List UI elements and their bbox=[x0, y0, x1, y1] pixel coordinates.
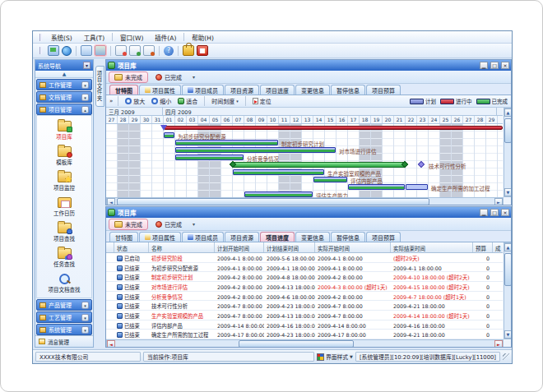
scroll-left-arrow[interactable]: ◄ bbox=[107, 340, 115, 348]
gantt-tab-6[interactable]: 暂停信息 bbox=[331, 85, 365, 95]
sidebar-item-1[interactable]: 模板库 bbox=[37, 146, 91, 166]
zoom-in-button[interactable]: 放大 bbox=[123, 96, 146, 106]
table-header-1[interactable]: 名称 bbox=[149, 242, 215, 252]
table-filter-tab-1[interactable]: 已完成 bbox=[150, 219, 188, 230]
gantt-bar-7[interactable] bbox=[313, 177, 347, 182]
maximize-button[interactable]: □ bbox=[490, 209, 499, 216]
table-row[interactable]: 已结束分析竞争情况2009-4-2 8:00:002009-4-6 18:00:… bbox=[106, 292, 503, 302]
locate-button[interactable]: 定位 bbox=[251, 96, 273, 106]
table-vertical-scrollbar[interactable]: ▲▼ bbox=[504, 242, 512, 339]
gantt-panel-titlebar[interactable]: 项目库 ▁ □ × bbox=[106, 60, 511, 71]
sidebar-section-top-1[interactable]: 文档管理▾ bbox=[36, 91, 92, 103]
style-button[interactable]: 界面样式 ▼ bbox=[317, 353, 353, 361]
maximize-button[interactable]: □ bbox=[490, 62, 499, 69]
gantt-filter-tab-0[interactable]: 未完成 bbox=[109, 71, 148, 83]
scroll-thumb[interactable] bbox=[239, 340, 354, 348]
table-row[interactable]: 已结束制定初步研究计划2009-4-2 8:00:002009-4-8 18:0… bbox=[106, 272, 503, 282]
chevron-down-icon[interactable]: ▾ bbox=[81, 326, 89, 334]
chevron-up-icon[interactable]: ▴ bbox=[81, 106, 89, 113]
scroll-left-arrow[interactable]: ◄ bbox=[107, 198, 115, 205]
fit-button[interactable]: 适合 bbox=[176, 96, 199, 106]
gantt-chart[interactable]: 为初步研究分配资源制定初步研究计划对市场进行评估分析竞争情况技术可行性分析生产实… bbox=[106, 124, 503, 197]
gantt-filter-overflow[interactable]: ▾ bbox=[193, 74, 195, 80]
gantt-tab-5[interactable]: 变更信息 bbox=[295, 85, 330, 95]
gantt-tab-1[interactable]: 项目属性 bbox=[139, 85, 181, 95]
gantt-bar-9[interactable] bbox=[244, 191, 313, 197]
table-row[interactable]: 已结束技术可行性分析2009-4-7 8:00:002009-4-23 18:0… bbox=[106, 301, 503, 311]
scroll-track[interactable] bbox=[504, 117, 512, 188]
table-filter-overflow[interactable]: ▾ bbox=[193, 221, 195, 227]
help-icon[interactable]: ? bbox=[164, 46, 174, 56]
zoom-out-button[interactable]: 缩小 bbox=[150, 96, 173, 106]
gantt-vertical-scrollbar[interactable]: ▲▼ bbox=[504, 108, 512, 197]
gantt-tab-2[interactable]: 项目成员 bbox=[182, 85, 224, 95]
scroll-thumb[interactable] bbox=[117, 198, 429, 205]
sidebar-section-bottom-1[interactable]: 工艺管理▾ bbox=[36, 311, 92, 323]
sidebar-section-bottom-0[interactable]: 产品管理▾ bbox=[36, 299, 92, 311]
gantt-tab-3[interactable]: 项目资源 bbox=[225, 85, 259, 95]
sidebar-scroll-up-button[interactable]: ▲ bbox=[35, 71, 93, 78]
sidebar-item-2[interactable]: 项目监控 bbox=[37, 172, 91, 191]
side-tab-project-folder[interactable]: 项目文件夹 bbox=[95, 66, 104, 107]
chevron-down-icon[interactable]: ▾ bbox=[81, 94, 89, 101]
gantt-tab-0[interactable]: 甘特图 bbox=[109, 85, 138, 95]
scroll-up-arrow[interactable]: ▲ bbox=[504, 243, 512, 251]
gantt-bar-3[interactable] bbox=[175, 147, 336, 153]
chevron-down-icon[interactable]: ▾ bbox=[81, 314, 89, 321]
scroll-thumb[interactable] bbox=[504, 118, 512, 143]
table-header-3[interactable]: 计划结束时间 bbox=[264, 242, 315, 252]
gantt-bar-summary[interactable] bbox=[164, 126, 503, 130]
resize-grip[interactable] bbox=[503, 353, 509, 360]
sidebar-item-3[interactable]: 工作日历 bbox=[37, 197, 91, 217]
sidebar-item-4[interactable]: 项目查找 bbox=[37, 223, 91, 242]
chevron-down-icon[interactable]: ▾ bbox=[81, 81, 89, 89]
table-header-2[interactable]: 计划开始时间 bbox=[215, 242, 264, 252]
close-button[interactable]: × bbox=[501, 209, 509, 216]
minimize-button[interactable]: ▁ bbox=[480, 209, 488, 216]
sidebar-section-bottom-2[interactable]: 系统管理▾ bbox=[36, 324, 92, 335]
table-horizontal-scrollbar[interactable]: ◄► bbox=[106, 339, 504, 348]
sidebar-section-top-0[interactable]: 工作管理▾ bbox=[36, 79, 92, 90]
scroll-track[interactable] bbox=[115, 340, 494, 348]
table-header-0[interactable]: 状态 bbox=[114, 242, 149, 252]
table-row[interactable]: 已结束确定生产所需的加工过程2009-4-17 8:00:002009-4-23… bbox=[106, 330, 503, 339]
table-panel-titlebar[interactable]: 项目库 ▁ □ × bbox=[106, 207, 511, 218]
sidebar-section-active[interactable]: 项目管理▴ bbox=[36, 104, 92, 115]
table-tab-4[interactable]: 项目进度 bbox=[260, 232, 295, 242]
table-header-6[interactable]: 预算 bbox=[473, 242, 493, 252]
gantt-bar-5[interactable] bbox=[233, 162, 406, 168]
gantt-bar-1[interactable] bbox=[164, 132, 174, 138]
close-button[interactable]: × bbox=[501, 62, 509, 69]
menu-item-4[interactable]: 帮助(H) bbox=[186, 32, 220, 43]
menu-item-1[interactable]: 工具(T) bbox=[78, 32, 110, 43]
toolbar-overflow-button[interactable]: » bbox=[109, 98, 113, 104]
table-tab-5[interactable]: 变更信息 bbox=[295, 232, 330, 242]
mail-new-icon[interactable] bbox=[115, 45, 127, 56]
gantt-horizontal-scrollbar[interactable]: ◄► bbox=[106, 197, 504, 205]
minimize-button[interactable]: ▁ bbox=[480, 62, 488, 69]
save-icon[interactable] bbox=[95, 45, 106, 56]
scroll-track[interactable] bbox=[504, 251, 512, 330]
sidebar-item-5[interactable]: 任务查找 bbox=[37, 248, 91, 268]
scroll-right-arrow[interactable]: ► bbox=[494, 198, 503, 205]
gantt-tab-7[interactable]: 项目预算 bbox=[366, 85, 401, 95]
menu-item-3[interactable]: 插件(A) bbox=[149, 32, 182, 43]
table-tab-7[interactable]: 项目预算 bbox=[366, 232, 401, 242]
table-tab-1[interactable]: 项目属性 bbox=[139, 232, 181, 242]
table-row[interactable]: 已启动初步研究阶段2009-4-1 8:00:002009-5-6 18:00:… bbox=[106, 253, 503, 263]
menu-item-2[interactable]: 窗口(W) bbox=[114, 32, 149, 43]
scroll-right-arrow[interactable]: ► bbox=[494, 340, 503, 348]
scroll-track[interactable] bbox=[115, 198, 494, 205]
sidebar-header-button[interactable]: ▾ bbox=[83, 62, 90, 69]
gantt-tab-4[interactable]: 项目进度 bbox=[260, 85, 295, 95]
gantt-bar-plan-8[interactable] bbox=[406, 184, 428, 190]
chevron-down-icon[interactable]: ▾ bbox=[81, 302, 89, 309]
sidebar-bottom-tab[interactable]: 消息管理 bbox=[35, 335, 93, 347]
table-row[interactable]: 已结束对市场进行评估2009-4-2 8:00:002009-4-13 18:0… bbox=[106, 282, 503, 292]
table-row[interactable]: 已结束生产实验室规模的产品2009-4-7 8:00:002009-4-13 1… bbox=[106, 311, 503, 321]
table-tab-6[interactable]: 暂停信息 bbox=[331, 232, 365, 242]
table-header-4[interactable]: 实际开始时间 bbox=[315, 242, 391, 252]
folder-icon[interactable] bbox=[81, 45, 92, 56]
lock-icon[interactable] bbox=[183, 45, 194, 56]
menu-item-0[interactable]: 系统(S) bbox=[45, 32, 78, 43]
